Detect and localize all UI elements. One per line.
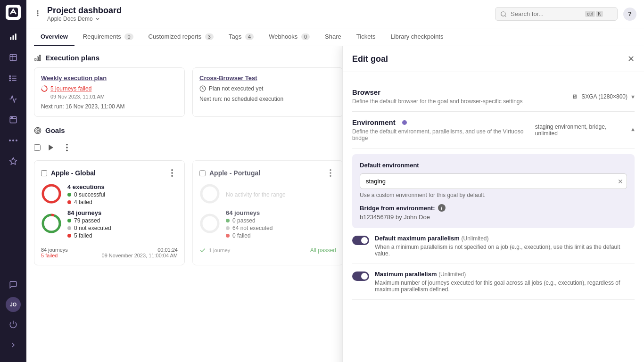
sidebar-item-analytics[interactable] <box>5 28 22 45</box>
sidebar-item-runs[interactable] <box>5 90 22 107</box>
select-all-checkbox[interactable] <box>34 144 41 151</box>
goal-checkbox-1[interactable] <box>199 170 206 176</box>
svg-point-13 <box>9 140 11 141</box>
goal-card-header-1: Apple - Portugal <box>199 167 336 179</box>
search-icon <box>500 11 507 17</box>
exec-card-title-1[interactable]: Cross-Browser Test <box>199 74 336 82</box>
svg-point-29 <box>36 129 40 132</box>
tab-library-checkpoints[interactable]: Library checkpoints <box>384 28 450 46</box>
goal-card-title-1: Apple - Portugal <box>209 169 260 177</box>
goal-footer-0: 84 journeys 5 failed 00:01:24 09 Novembe… <box>41 243 178 258</box>
exec-next-0: Next run: 16 Nov 2023, 11:00 AM <box>41 103 178 110</box>
default-parallelism-toggle[interactable] <box>352 236 369 245</box>
clock-icon <box>199 85 206 92</box>
tab-webhooks[interactable]: Webhooks 0 <box>262 28 316 46</box>
environment-chevron-icon: ▾ <box>631 126 635 134</box>
footer-duration-0: 00:01:24 <box>102 247 178 253</box>
default-env-label: Default environment <box>360 162 627 169</box>
menu-icon[interactable] <box>34 9 41 19</box>
header-title-area: Project dashboard Apple Docs Demo <box>47 6 489 22</box>
portugal-journeys-labels: 64 journeys 0 passed 64 not executed 0 f… <box>226 209 272 239</box>
tab-tickets[interactable]: Tickets <box>350 28 382 46</box>
max-parallelism-row: Maximum parallelism (Unlimited) Maximum … <box>352 264 635 300</box>
svg-point-33 <box>66 147 68 148</box>
environment-expanded: Default environment ✕ Use a custom envir… <box>352 154 635 228</box>
search-input[interactable] <box>511 10 581 17</box>
svg-point-7 <box>9 75 10 76</box>
goal-card-header-0: Apple - Global <box>41 167 178 179</box>
header: Project dashboard Apple Docs Demo ctrl K… <box>26 0 644 28</box>
max-parallelism-subtitle: Maximum number of journeys executed for … <box>375 280 635 293</box>
environment-dot-icon <box>402 120 407 125</box>
sidebar-item-power[interactable] <box>5 316 22 333</box>
svg-point-32 <box>66 144 68 146</box>
svg-point-15 <box>16 140 17 141</box>
play-button[interactable] <box>45 142 57 153</box>
browser-section-title: Browser <box>352 88 523 96</box>
footer-failed-0: 5 failed <box>41 253 68 258</box>
search-bar[interactable]: ctrl K <box>495 7 618 21</box>
journeys-count: 84 journeys <box>67 209 111 216</box>
goal-checkbox-0[interactable] <box>41 170 47 176</box>
svg-marker-16 <box>10 158 17 165</box>
max-parallelism-badge: (Unlimited) <box>438 271 466 278</box>
project-name: Apple Docs Demo <box>47 16 93 22</box>
svg-rect-2 <box>13 35 14 40</box>
partial-circle-icon <box>41 85 48 92</box>
svg-rect-23 <box>35 58 36 60</box>
sidebar-item-list[interactable] <box>5 70 22 87</box>
executions-circle <box>41 183 62 206</box>
project-subtitle[interactable]: Apple Docs Demo <box>47 16 489 22</box>
max-parallelism-title: Maximum parallelism (Unlimited) <box>375 271 635 278</box>
exec-card-status-0: 5 journeys failed <box>41 85 178 92</box>
no-activity-text: No activity for the range <box>226 191 286 198</box>
environment-section-title: Environment <box>352 118 535 126</box>
panel-close-button[interactable]: ✕ <box>627 54 635 64</box>
goal-more-button-1[interactable] <box>325 167 336 179</box>
help-icon[interactable]: ? <box>623 8 636 21</box>
svg-point-30 <box>37 130 39 131</box>
svg-rect-3 <box>15 33 17 40</box>
svg-point-45 <box>330 175 331 177</box>
journeys-failed-label: 5 failed <box>67 232 111 239</box>
page-body: Execution plans Weekly execution plan 5 … <box>26 46 644 362</box>
svg-rect-24 <box>37 57 39 61</box>
tab-overview[interactable]: Overview <box>34 28 74 46</box>
sidebar-item-integrations[interactable] <box>5 153 22 170</box>
tab-customized-reports[interactable]: Customized reports 3 <box>142 28 220 46</box>
sidebar-item-code[interactable] <box>5 111 22 128</box>
svg-rect-1 <box>10 37 11 40</box>
all-passed-icon <box>199 247 206 254</box>
portugal-journeys-count: 64 journeys <box>226 209 272 216</box>
browser-value: SXGA (1280×800) <box>581 93 627 100</box>
env-input[interactable] <box>360 173 627 189</box>
bridge-info-icon[interactable]: i <box>438 204 446 212</box>
browser-section-header[interactable]: Browser Define the default browser for t… <box>352 82 635 112</box>
tab-tags[interactable]: Tags 4 <box>222 28 260 46</box>
environment-section-header[interactable]: Environment Define the default environme… <box>352 112 635 148</box>
sidebar-expand[interactable] <box>5 337 22 354</box>
bridge-value: b123456789 by John Doe <box>360 214 627 221</box>
default-parallelism-badge: (Unlimited) <box>462 235 489 242</box>
exec-status-text-0: 5 journeys failed <box>50 85 91 92</box>
sidebar-item-test[interactable] <box>5 49 22 66</box>
exec-card-title-0[interactable]: Weekly execution plan <box>41 74 178 82</box>
svg-point-34 <box>66 149 68 151</box>
journeys-passed-label: 79 passed <box>67 217 111 224</box>
env-input-clear-button[interactable]: ✕ <box>618 178 623 185</box>
goal-card-apple-portugal: Apple - Portugal <box>192 160 343 265</box>
tab-share[interactable]: Share <box>318 28 348 46</box>
more-options-button[interactable] <box>61 142 73 153</box>
journeys-labels: 84 journeys 79 passed 0 not executed 5 f… <box>67 209 111 239</box>
sidebar-item-more[interactable] <box>5 132 22 149</box>
svg-point-20 <box>37 15 38 16</box>
tab-requirements[interactable]: Requirements 0 <box>76 28 140 46</box>
user-avatar[interactable]: JO <box>6 297 21 312</box>
exec-failed-label: 4 failed <box>67 199 105 206</box>
exec-date-0: 09 Nov 2023, 11:01 AM <box>50 94 178 99</box>
sidebar-logo[interactable] <box>6 5 21 20</box>
max-parallelism-toggle[interactable] <box>352 272 369 281</box>
footer-date-0: 09 November 2023, 11:00:04 AM <box>102 253 178 258</box>
sidebar-item-chat[interactable] <box>5 276 22 293</box>
goal-more-button-0[interactable] <box>166 167 178 179</box>
